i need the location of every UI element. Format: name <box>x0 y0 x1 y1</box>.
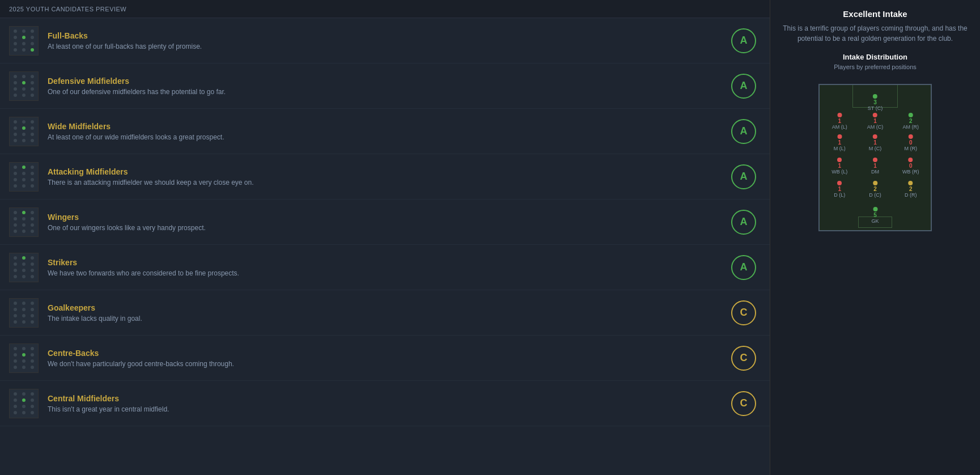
category-desc-strikers: We have two forwards who are considered … <box>48 269 731 277</box>
category-desc-full-backs: At least one of our full-backs has plent… <box>48 43 731 50</box>
category-info-strikers: StrikersWe have two forwards who are con… <box>48 258 731 277</box>
pitch-position-m--l-: 1M (L) <box>834 134 846 151</box>
category-desc-central-midfielders: This isn't a great year in central midfi… <box>48 405 731 413</box>
category-info-goalkeepers: GoalkeepersThe intake lacks quality in g… <box>48 303 731 323</box>
category-title-central-midfielders: Central Midfielders <box>48 394 731 403</box>
pitch-position-am--l-: 1AM (L) <box>832 113 847 130</box>
grade-badge-wingers: A <box>731 210 756 235</box>
category-row-strikers[interactable]: StrikersWe have two forwards who are con… <box>0 245 770 290</box>
pitch: 3ST (C)1AM (L)1AM (C)2AM (R)1M (L)1M (C)… <box>818 84 932 231</box>
pitch-position-st--c-: 3ST (C) <box>868 94 883 111</box>
category-info-defensive-midfielders: Defensive MidfieldersOne of our defensiv… <box>48 77 731 96</box>
grade-badge-wide-midfielders: A <box>731 119 756 144</box>
pitch-position-d--r-: 2D (R) <box>905 181 917 198</box>
category-info-central-midfielders: Central MidfieldersThis isn't a great ye… <box>48 394 731 413</box>
category-row-wingers[interactable]: WingersOne of our wingers looks like a v… <box>0 200 770 245</box>
category-desc-centre-backs: We don't have particularly good centre-b… <box>48 360 731 368</box>
intake-title: Excellent Intake <box>843 9 907 19</box>
pitch-position-m--c-: 1M (C) <box>869 134 882 151</box>
pitch-position-d--l-: 1D (L) <box>834 181 845 198</box>
category-row-centre-backs[interactable]: Centre-BacksWe don't have particularly g… <box>0 336 770 381</box>
category-info-centre-backs: Centre-BacksWe don't have particularly g… <box>48 349 731 368</box>
page-title: 2025 YOUTH CANDIDATES PREVIEW <box>9 6 126 12</box>
category-title-defensive-midfielders: Defensive Midfielders <box>48 77 731 86</box>
position-icon-centre-backs <box>9 343 39 373</box>
page-header: 2025 YOUTH CANDIDATES PREVIEW <box>0 0 770 18</box>
position-icon-central-midfielders <box>9 389 39 418</box>
category-title-full-backs: Full-Backs <box>48 31 731 40</box>
position-icon-attacking-midfielders <box>9 162 39 192</box>
category-desc-defensive-midfielders: One of our defensive midfielders has the… <box>48 88 731 96</box>
grade-badge-defensive-midfielders: A <box>731 74 756 99</box>
category-desc-wingers: One of our wingers looks like a very han… <box>48 224 731 232</box>
position-icon-full-backs <box>9 26 39 56</box>
category-desc-attacking-midfielders: There is an attacking midfielder we shou… <box>48 179 731 186</box>
category-title-attacking-midfielders: Attacking Midfielders <box>48 167 731 176</box>
pitch-position-am--c-: 1AM (C) <box>867 113 884 130</box>
categories-list: Full-BacksAt least one of our full-backs… <box>0 18 770 426</box>
grade-badge-strikers: A <box>731 255 756 280</box>
position-icon-strikers <box>9 253 39 282</box>
right-panel: Excellent Intake This is a terrific grou… <box>770 0 980 475</box>
category-row-wide-midfielders[interactable]: Wide MidfieldersAt least one of our wide… <box>0 109 770 154</box>
grade-badge-full-backs: A <box>731 28 756 53</box>
pitch-position-gk: 5GK <box>871 207 879 224</box>
category-title-wingers: Wingers <box>48 213 731 222</box>
position-icon-wingers <box>9 207 39 237</box>
distribution-sub: Players by preferred positions <box>834 63 917 70</box>
category-title-strikers: Strikers <box>48 258 731 267</box>
position-icon-wide-midfielders <box>9 117 39 146</box>
category-row-full-backs[interactable]: Full-BacksAt least one of our full-backs… <box>0 18 770 63</box>
category-row-central-midfielders[interactable]: Central MidfieldersThis isn't a great ye… <box>0 381 770 426</box>
grade-badge-centre-backs: C <box>731 346 756 371</box>
pitch-position-m--r-: 0M (R) <box>904 134 917 151</box>
grade-badge-central-midfielders: C <box>731 391 756 416</box>
category-row-attacking-midfielders[interactable]: Attacking MidfieldersThere is an attacki… <box>0 154 770 200</box>
pitch-position-wb--l-: 1WB (L) <box>831 158 847 175</box>
pitch-position-d--c-: 2D (C) <box>869 181 881 198</box>
category-info-wide-midfielders: Wide MidfieldersAt least one of our wide… <box>48 122 731 141</box>
category-title-wide-midfielders: Wide Midfielders <box>48 122 731 131</box>
pitch-position-wb--r-: 0WB (R) <box>902 158 919 175</box>
grade-badge-attacking-midfielders: A <box>731 164 756 189</box>
pitch-position-dm: 1DM <box>871 158 879 175</box>
main-container: 2025 YOUTH CANDIDATES PREVIEW Full-Backs… <box>0 0 980 475</box>
position-icon-goalkeepers <box>9 298 39 328</box>
category-info-full-backs: Full-BacksAt least one of our full-backs… <box>48 31 731 50</box>
grade-badge-goalkeepers: C <box>731 300 756 325</box>
category-info-attacking-midfielders: Attacking MidfieldersThere is an attacki… <box>48 167 731 186</box>
category-info-wingers: WingersOne of our wingers looks like a v… <box>48 213 731 232</box>
intake-desc: This is a terrific group of players comi… <box>779 23 971 44</box>
category-title-goalkeepers: Goalkeepers <box>48 303 731 312</box>
position-icon-defensive-midfielders <box>9 71 39 101</box>
left-panel: 2025 YOUTH CANDIDATES PREVIEW Full-Backs… <box>0 0 770 475</box>
category-desc-goalkeepers: The intake lacks quality in goal. <box>48 315 731 323</box>
category-desc-wide-midfielders: At least one of our wide midfielders loo… <box>48 133 731 141</box>
category-row-defensive-midfielders[interactable]: Defensive MidfieldersOne of our defensiv… <box>0 63 770 109</box>
distribution-title: Intake Distribution <box>843 53 907 61</box>
category-title-centre-backs: Centre-Backs <box>48 349 731 358</box>
pitch-position-am--r-: 2AM (R) <box>902 113 919 130</box>
category-row-goalkeepers[interactable]: GoalkeepersThe intake lacks quality in g… <box>0 290 770 336</box>
